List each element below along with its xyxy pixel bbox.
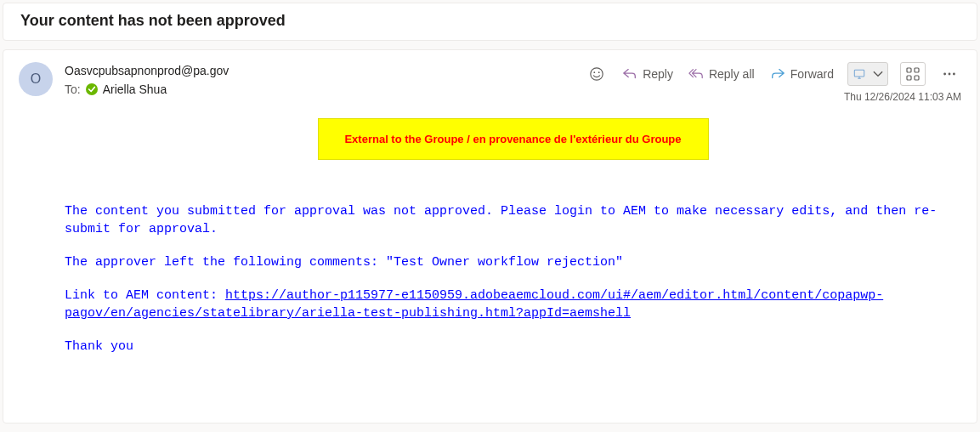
recipient-line: To: Ariella Shua [65, 82, 585, 96]
zoom-dropdown[interactable] [847, 62, 888, 86]
svg-point-8 [943, 73, 946, 76]
sender-block: Oasvcpubsapnonprod@pa.gov To: Ariella Sh… [65, 62, 585, 96]
external-email-banner: External to the Groupe / en provenance d… [318, 118, 709, 160]
forward-label: Forward [790, 67, 834, 81]
apps-grid-icon [905, 66, 921, 82]
more-actions-button[interactable] [938, 62, 961, 86]
message-card: O Oasvcpubsapnonprod@pa.gov To: Ariella … [3, 49, 977, 423]
react-button[interactable] [585, 62, 609, 86]
chevron-down-icon [869, 68, 887, 80]
link-prefix: Link to AEM content: [65, 288, 225, 303]
message-header: O Oasvcpubsapnonprod@pa.gov To: Ariella … [19, 62, 961, 103]
reply-all-button[interactable]: Reply all [687, 65, 756, 83]
message-body: External to the Groupe / en provenance d… [65, 118, 961, 355]
svg-point-2 [598, 71, 600, 73]
svg-rect-3 [854, 70, 864, 77]
message-timestamp: Thu 12/26/2024 11:03 AM [844, 91, 961, 103]
smiley-icon [589, 66, 604, 82]
svg-point-9 [949, 73, 951, 76]
apps-button[interactable] [900, 62, 926, 86]
sender-email: Oasvcpubsapnonprod@pa.gov [65, 64, 585, 77]
svg-rect-4 [907, 68, 911, 72]
svg-point-1 [594, 71, 596, 73]
to-label: To: [65, 82, 81, 96]
svg-point-10 [953, 73, 955, 76]
body-text: The content you submitted for approval w… [65, 202, 961, 355]
actions-area: Reply Reply all Forward [585, 62, 961, 103]
body-thanks: Thank you [65, 338, 961, 355]
action-buttons: Reply Reply all Forward [585, 62, 961, 86]
ellipsis-icon [942, 66, 957, 82]
reply-all-label: Reply all [709, 67, 755, 81]
subject-bar: Your content has not been approved [3, 3, 977, 41]
forward-button[interactable]: Forward [768, 65, 836, 83]
email-subject: Your content has not been approved [20, 12, 960, 30]
sender-avatar[interactable]: O [19, 62, 53, 96]
body-paragraph-2: The approver left the following comments… [65, 253, 961, 271]
svg-rect-5 [915, 68, 919, 72]
reply-all-icon [688, 66, 704, 82]
reply-button[interactable]: Reply [620, 65, 675, 83]
presence-available-icon [86, 83, 98, 95]
svg-rect-7 [915, 76, 919, 80]
reply-label: Reply [643, 67, 673, 81]
reply-icon [622, 66, 637, 82]
svg-point-0 [591, 68, 603, 80]
body-paragraph-1: The content you submitted for approval w… [65, 202, 961, 238]
svg-rect-6 [907, 76, 911, 80]
monitor-icon [848, 68, 869, 80]
body-link-line: Link to AEM content: https://author-p115… [65, 287, 961, 322]
forward-icon [770, 66, 785, 82]
recipient-name: Ariella Shua [103, 82, 167, 96]
